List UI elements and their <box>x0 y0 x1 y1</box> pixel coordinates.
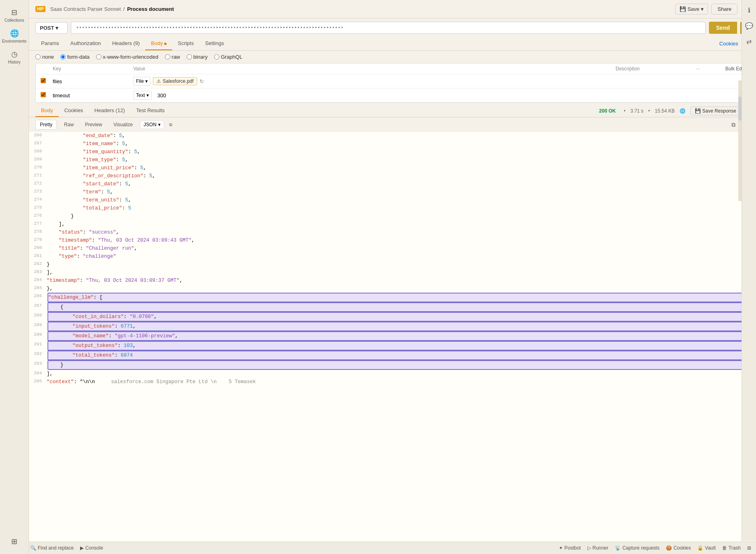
files-file-badge: ⚠ Salesforce.pdf <box>153 77 197 85</box>
sidebar-item-extra[interactable]: ⊞ <box>2 534 27 549</box>
fmt-tab-preview[interactable]: Preview <box>81 120 106 129</box>
share-button[interactable]: Share <box>711 4 737 14</box>
option-binary[interactable]: binary <box>187 54 208 60</box>
url-input[interactable] <box>71 22 706 34</box>
json-line: 287 { <box>29 302 756 312</box>
breadcrumb-parent: Saas Contracts Parser Sonnet <box>50 6 121 12</box>
trash-icon: 🗑 <box>722 545 727 551</box>
resp-tab-test-results[interactable]: Test Results <box>130 105 170 117</box>
json-line: 270 "item_unit_price": 5, <box>29 164 756 172</box>
grid-button[interactable]: ⊞ <box>747 545 751 551</box>
json-line: 295"context": "\n\nsalesforce.com Singap… <box>29 378 756 386</box>
globe-icon: 🌐 <box>680 108 686 114</box>
timeout-checkbox[interactable] <box>41 92 46 97</box>
line-content: "timestamp": "Thu, 03 Oct 2024 03:09:37 … <box>47 277 753 285</box>
timeout-value-cell: Text ▾ 300 <box>133 91 648 100</box>
save-response-button[interactable]: 💾 Save Response <box>690 107 741 115</box>
resp-tab-cookies[interactable]: Cookies <box>59 105 89 117</box>
save-icon: 💾 <box>680 6 686 12</box>
option-urlencoded[interactable]: x-www-form-urlencoded <box>96 54 159 60</box>
fmt-tab-visualize[interactable]: Visualize <box>109 120 137 129</box>
extra-icon: ⊞ <box>11 537 17 546</box>
fmt-tab-raw[interactable]: Raw <box>60 120 78 129</box>
info-icon[interactable]: ℹ <box>746 5 752 16</box>
sidebar-environments-label: Environments <box>2 39 27 43</box>
console-button[interactable]: ▶ Console <box>80 545 103 551</box>
line-number: 266 <box>32 132 47 139</box>
format-bar: Pretty Raw Preview Visualize JSON ▾ ≡ ⧉ … <box>29 117 756 132</box>
resp-tab-headers[interactable]: Headers (12) <box>89 105 131 117</box>
fmt-tab-pretty[interactable]: Pretty <box>35 120 57 129</box>
sidebar-item-history[interactable]: ◷ History <box>2 47 27 68</box>
app-logo: HIP <box>35 6 45 12</box>
line-number: 293 <box>32 360 47 367</box>
cookies-link[interactable]: Cookies <box>719 41 738 47</box>
files-checkbox[interactable] <box>41 78 46 83</box>
sync-icon[interactable]: ⇄ <box>745 36 753 47</box>
capture-button[interactable]: 📡 Capture requests <box>615 545 659 551</box>
tab-body[interactable]: Body <box>145 37 172 50</box>
refresh-icon[interactable]: ↻ <box>200 78 204 84</box>
status-badge: 200 OK <box>596 107 619 115</box>
json-line: 283], <box>29 269 756 277</box>
line-number: 268 <box>32 148 47 155</box>
status-bar: 200 OK • 3.71 s • 15.54 KB 🌐 💾 Save Resp… <box>596 107 750 115</box>
find-replace-button[interactable]: 🔍 Find and replace <box>30 545 74 551</box>
json-line: 284"timestamp": "Thu, 03 Oct 2024 03:09:… <box>29 277 756 285</box>
line-number: 267 <box>32 140 47 147</box>
tab-params[interactable]: Params <box>35 37 65 50</box>
comment-icon[interactable]: 💬 <box>744 21 755 31</box>
json-line: 286"challenge_llm": [ <box>29 293 756 302</box>
option-none[interactable]: none <box>35 54 54 60</box>
sidebar-item-collections[interactable]: ⊟ Collections <box>2 5 27 26</box>
trash-button[interactable]: 🗑 Trash <box>722 545 741 551</box>
tab-headers[interactable]: Headers (9) <box>107 37 146 50</box>
send-button[interactable]: Send <box>709 22 737 34</box>
vault-button[interactable]: 🔒 Vault <box>697 545 715 551</box>
json-line: 285}, <box>29 285 756 293</box>
json-line: 276 } <box>29 212 756 220</box>
json-line: 273 "term": 5, <box>29 188 756 196</box>
resp-tab-body[interactable]: Body <box>35 105 59 117</box>
sidebar-item-environments[interactable]: 🌐 Environments <box>2 26 27 47</box>
json-line: 277 ], <box>29 220 756 228</box>
tab-authorization[interactable]: Authorization <box>65 37 107 50</box>
line-number: 288 <box>32 312 47 319</box>
line-content: } <box>47 360 752 370</box>
option-raw[interactable]: raw <box>165 54 180 60</box>
logo-box: HIP <box>35 6 45 12</box>
cookies-bottom-button[interactable]: 🍪 Cookies <box>666 545 691 551</box>
tab-scripts[interactable]: Scripts <box>172 37 200 50</box>
save-dropdown-arrow: ▾ <box>701 6 704 12</box>
json-line: 271 "ref_or_description": 5, <box>29 172 756 180</box>
form-table-header: Key Value Description ··· Bulk Edit <box>36 64 749 74</box>
grid-icon: ⊞ <box>747 545 751 551</box>
line-number: 271 <box>32 172 47 179</box>
line-content: { <box>47 302 752 312</box>
line-content: ], <box>47 269 753 277</box>
runner-button[interactable]: ▷ Runner <box>587 545 608 551</box>
line-content: ], <box>47 220 753 228</box>
line-number: 277 <box>32 220 47 228</box>
line-content: "cost_in_dollars": "0.0708", <box>47 312 752 322</box>
line-number: 275 <box>32 204 47 211</box>
copy-icon[interactable]: ⧉ <box>730 121 737 129</box>
format-selector[interactable]: JSON ▾ <box>140 120 164 129</box>
timeout-type-select[interactable]: Text ▾ <box>133 91 152 100</box>
tab-settings[interactable]: Settings <box>200 37 230 50</box>
postbot-button[interactable]: ✦ Postbot <box>559 545 581 551</box>
option-form-data[interactable]: form-data <box>60 54 90 60</box>
filter-icon[interactable]: ≡ <box>167 121 174 129</box>
files-type-select[interactable]: File ▾ <box>133 77 150 86</box>
files-key: files <box>53 78 133 84</box>
line-number: 294 <box>32 370 47 377</box>
key-header: Key <box>53 66 133 72</box>
option-graphql[interactable]: GraphQL <box>214 54 242 60</box>
save-button[interactable]: 💾 Save ▾ <box>675 4 709 14</box>
type-arrow: ▾ <box>145 78 148 84</box>
method-selector[interactable]: POST ▾ <box>35 22 68 34</box>
topbar: HIP Saas Contracts Parser Sonnet / Proce… <box>29 0 756 18</box>
response-section: Body Cookies Headers (12) Test Results 2… <box>29 105 756 542</box>
main-content: HIP Saas Contracts Parser Sonnet / Proce… <box>29 0 756 542</box>
form-table: Key Value Description ··· Bulk Edit file… <box>35 63 750 103</box>
